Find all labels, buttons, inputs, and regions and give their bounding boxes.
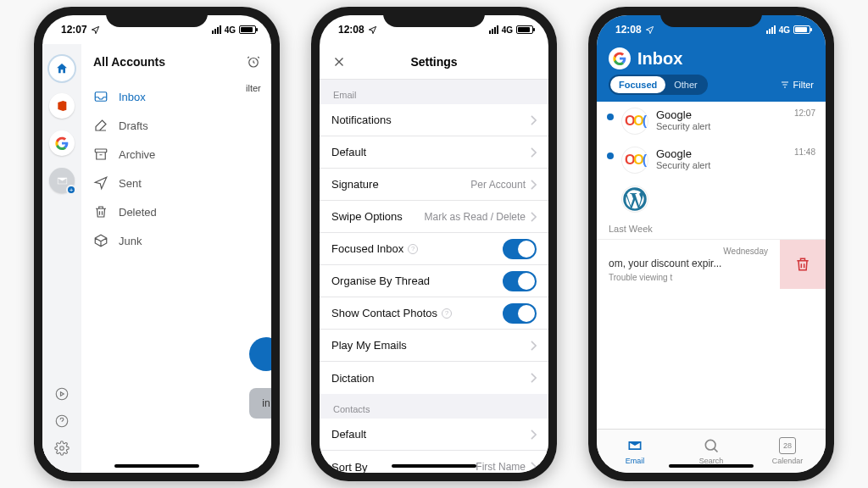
chevron-right-icon — [531, 147, 537, 158]
row-label: Show Contact Photos — [331, 307, 437, 319]
rail-account-google[interactable] — [49, 130, 75, 156]
settings-row[interactable]: Dictation — [320, 362, 548, 394]
segment-other[interactable]: Other — [665, 76, 706, 93]
folder-sent[interactable]: Sent — [93, 169, 261, 197]
chevron-right-icon — [531, 212, 537, 222]
peek-signin-button[interactable]: in — [249, 388, 271, 419]
email-subject: om, your discount expir... — [609, 258, 768, 269]
segment-focused[interactable]: Focused — [610, 76, 665, 93]
home-icon — [55, 62, 69, 75]
toggle-switch[interactable] — [503, 303, 537, 324]
section-header: Email — [320, 80, 548, 104]
settings-row[interactable]: Notifications — [320, 104, 548, 136]
wordpress-icon — [622, 186, 648, 212]
folder-drafts[interactable]: Drafts — [93, 112, 261, 139]
home-indicator[interactable] — [392, 464, 476, 468]
signal-icon — [212, 25, 221, 34]
office-icon — [55, 99, 69, 113]
gear-icon[interactable] — [54, 441, 70, 456]
settings-title: Settings — [410, 55, 457, 69]
folder-junk[interactable]: Junk — [93, 227, 261, 254]
do-not-disturb-icon[interactable] — [246, 54, 261, 69]
trash-icon — [93, 204, 108, 219]
row-detail: Per Account — [470, 179, 526, 191]
folder-inbox[interactable]: Inbox — [93, 83, 261, 110]
drawer-title: All Accounts — [93, 55, 165, 69]
row-detail: First Name — [476, 461, 526, 473]
row-label: Swipe Options — [331, 210, 403, 223]
settings-row[interactable]: Swipe OptionsMark as Read / Delete — [320, 201, 548, 233]
row-label: Default — [331, 146, 366, 158]
folder-label: Archive — [119, 148, 155, 161]
search-icon — [703, 437, 720, 454]
settings-row[interactable]: Organise By Thread — [320, 265, 548, 297]
swipe-delete-action[interactable] — [780, 240, 826, 289]
email-subject: Security alert — [656, 160, 786, 170]
email-sender: Google — [656, 147, 786, 160]
drafts-icon — [93, 118, 108, 133]
location-icon — [91, 25, 100, 35]
settings-row[interactable]: Show Contact Photos? — [320, 297, 548, 330]
help-icon[interactable] — [54, 413, 70, 429]
email-preview: Trouble viewing t — [609, 273, 768, 282]
info-icon[interactable]: ? — [408, 244, 418, 254]
play-outline-icon[interactable] — [54, 386, 70, 402]
chevron-right-icon — [531, 430, 537, 440]
row-label: Signature — [331, 178, 379, 191]
inbox-segment: Focused Other — [609, 75, 708, 95]
folder-label: Inbox — [119, 91, 146, 103]
settings-row[interactable]: Focused Inbox? — [320, 233, 548, 265]
email-subject: Security alert — [656, 121, 786, 131]
svg-point-0 — [56, 388, 68, 400]
trash-icon — [794, 256, 811, 273]
toggle-switch[interactable] — [503, 271, 537, 291]
folder-trash[interactable]: Deleted — [93, 198, 261, 225]
signal-icon — [489, 25, 498, 34]
battery-icon — [516, 25, 533, 34]
status-network: 4G — [502, 25, 513, 35]
settings-row[interactable]: Sort ByFirst Name — [320, 451, 548, 473]
email-time: 11:48 — [794, 147, 815, 173]
email-icon — [626, 437, 643, 454]
rail-account-office[interactable] — [49, 93, 75, 119]
tab-calendar[interactable]: 28 Calendar — [749, 430, 826, 473]
row-detail: Mark as Read / Delete — [425, 211, 526, 223]
sender-avatar: OO( — [622, 147, 648, 173]
rail-account-home[interactable] — [49, 56, 75, 81]
inbox-title: Inbox — [637, 49, 682, 69]
row-label: Focused Inbox — [331, 242, 403, 255]
row-label: Default — [331, 428, 366, 441]
email-row[interactable] — [597, 180, 826, 219]
email-row-swiped[interactable]: Wednesdayom, your discount expir...Troub… — [597, 240, 826, 289]
svg-point-7 — [705, 440, 715, 450]
filter-button[interactable]: Filter — [780, 80, 814, 90]
settings-row[interactable]: Play My Emails — [320, 330, 548, 362]
folder-label: Sent — [119, 177, 142, 190]
tab-email[interactable]: Email — [597, 430, 673, 473]
email-time: 12:07 — [794, 108, 815, 134]
folder-archive[interactable]: Archive — [93, 141, 261, 168]
row-label: Dictation — [331, 372, 375, 385]
settings-row[interactable]: SignaturePer Account — [320, 169, 548, 201]
status-time: 12:08 — [338, 24, 364, 36]
home-indicator[interactable] — [669, 464, 754, 468]
battery-icon — [239, 25, 256, 34]
close-icon[interactable] — [331, 54, 347, 69]
sender-avatar: OO( — [622, 108, 648, 134]
rail-account-add-mail[interactable]: + — [49, 168, 75, 193]
toggle-switch[interactable] — [503, 239, 537, 259]
info-icon[interactable]: ? — [442, 308, 452, 319]
folder-label: Drafts — [119, 119, 148, 132]
chevron-right-icon — [531, 180, 537, 190]
status-time: 12:07 — [61, 24, 87, 36]
account-avatar[interactable] — [609, 47, 631, 69]
settings-row[interactable]: Default — [320, 419, 548, 451]
junk-icon — [93, 233, 108, 248]
email-row[interactable]: OO(GoogleSecurity alert11:48 — [597, 141, 826, 180]
location-icon — [645, 25, 654, 35]
home-indicator[interactable] — [114, 464, 199, 468]
settings-row[interactable]: Default — [320, 136, 548, 169]
google-logo-icon — [55, 136, 69, 150]
inbox-icon — [93, 89, 108, 104]
email-row[interactable]: OO(GoogleSecurity alert12:07 — [597, 102, 826, 141]
